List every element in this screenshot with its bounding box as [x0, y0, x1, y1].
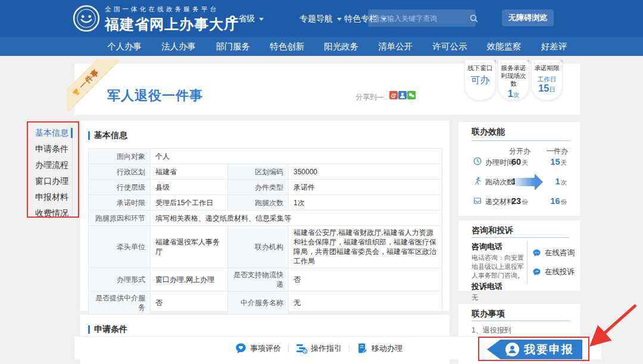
one-stop-ribbon: 一件事 [67, 59, 119, 111]
field-value: 承诺件 [289, 180, 442, 195]
badge-label: 承诺期限 [532, 64, 562, 72]
topics-menu[interactable]: 专题导航 [299, 13, 342, 25]
efficiency-row-time: 办理时间 60天 15天 [473, 156, 567, 167]
field-label: 行政区划 [89, 164, 151, 180]
field-label: 中介服务名称 [228, 291, 289, 315]
badge-label: 线下窗口 [465, 64, 495, 72]
field-label: 跑腿次数 [228, 195, 289, 211]
vertical-divider [527, 240, 527, 284]
share-wechat-icon[interactable] [407, 91, 416, 99]
consult-phone-block: 咨询电话 电话咨询：向安置地县级以上退役军人事务部门咨询。 投诉电话 无 [472, 240, 525, 302]
region-label: 省级 [238, 14, 255, 24]
guide-icon [296, 343, 307, 354]
complaint-heading: 投诉电话 [472, 281, 525, 292]
field-label: 区划编码 [228, 164, 289, 180]
field-value: 个人 [151, 149, 442, 164]
online-complaint-button[interactable]: 在线投诉 [532, 267, 575, 277]
badge-label: 服务承诺到现场次数 [498, 64, 529, 87]
efficiency-title: 联办效能 [472, 127, 505, 137]
search-input[interactable] [368, 14, 470, 23]
runner-icon [473, 177, 482, 187]
onsite-visits-badge: 服务承诺到现场次数 1次 [498, 60, 529, 101]
page-title: 军人退役一件事 [107, 87, 203, 105]
site-name: 福建省网上办事大厅 [105, 15, 239, 34]
mobile-button[interactable]: 移动办理 [357, 343, 402, 354]
topics-menu-label: 专题导航 [299, 14, 333, 24]
smiley-logo-icon [73, 5, 100, 32]
field-value: 福建省退役军人事务厅 [151, 226, 228, 268]
field-value: 填写相关表格、递交纸质材料、信息采集等 [151, 211, 442, 226]
field-label: 联办机构 [228, 226, 289, 268]
nav-item-permits[interactable]: 许可公示 [432, 41, 467, 52]
footer-divider [288, 344, 289, 353]
ribbon-label: 一件事 [77, 67, 102, 92]
nav-item-innovation[interactable]: 特色创新 [270, 41, 304, 52]
related-title: 联办事项 [472, 309, 505, 319]
field-value: 1次 [289, 195, 442, 211]
platform-line: 全国一体化在线政务服务平台 [105, 5, 239, 14]
comment-heart-icon [235, 343, 246, 354]
search-icon[interactable] [470, 14, 478, 23]
nav-item-rating[interactable]: 好差评 [541, 41, 567, 52]
site-logo[interactable] [73, 5, 100, 32]
accessibility-button[interactable]: 无障碍浏览 [502, 10, 554, 26]
field-value: 福建省公安厅,福建省财政厅,福建省人力资源和社会保障厅，福建省组织部，福建省医疗… [289, 226, 442, 268]
location-pin-icon [229, 15, 236, 23]
field-label: 行使层级 [89, 180, 151, 195]
share-label: 分享到— [355, 92, 384, 102]
chat-dots-icon [532, 249, 541, 258]
field-label: 是否提供中介服务 [89, 291, 151, 315]
evaluate-button[interactable]: 事项评价 [235, 343, 281, 354]
field-value: 否 [151, 291, 228, 315]
badge-value: 可办 [465, 74, 495, 87]
search-box [368, 10, 476, 27]
chevron-down-icon [337, 18, 342, 21]
field-value: 否 [289, 268, 442, 291]
improvement-arrow [515, 178, 535, 186]
field-value: 县级 [151, 180, 228, 195]
field-label: 跑腿原因和环节 [89, 211, 151, 226]
field-label: 牵头单位 [89, 226, 151, 268]
consult-card: 咨询和投诉 咨询电话 电话咨询：向安置地县级以上退役军人事务部门咨询。 投诉电话… [458, 221, 580, 291]
online-consult-button[interactable]: 在线咨询 [532, 248, 575, 258]
field-value: 窗口办理,网上办理 [151, 268, 228, 291]
field-label: 承诺时限 [89, 195, 151, 211]
mobile-doc-pen-icon [357, 343, 368, 354]
title-underline [472, 140, 569, 141]
nav-item-lists[interactable]: 清单公开 [378, 41, 413, 52]
field-label: 面向对象 [89, 149, 151, 164]
field-value: 350000 [289, 164, 442, 180]
consult-title: 咨询和投诉 [472, 225, 513, 236]
field-value: 无 [289, 291, 442, 315]
nav-item-department[interactable]: 部门服务 [216, 41, 250, 52]
app-header: 全国一体化在线政务服务平台 福建省网上办事大厅 省级 专题导航 特色专栏 [0, 0, 643, 37]
guide-button[interactable]: 操作指引 [296, 343, 342, 354]
nav-item-supervision[interactable]: 效能监察 [486, 41, 521, 52]
field-label: 是否支持物流快递 [228, 268, 289, 291]
annotation-arrow [586, 300, 643, 351]
field-value: 福建省 [151, 164, 228, 180]
section-title: 申请条件 [94, 324, 127, 335]
region-selector[interactable]: 省级 [229, 13, 264, 25]
share-qq-icon[interactable] [398, 91, 407, 99]
chat-arrow-icon [532, 268, 541, 277]
col-combined: 一件办 [547, 146, 568, 156]
complaint-text: 无 [472, 293, 525, 302]
field-label: 办件类型 [228, 180, 289, 195]
section-header: 基本信息 [88, 130, 442, 141]
nav-item-legal[interactable]: 法人办事 [161, 41, 196, 52]
section-bar [88, 131, 90, 140]
deadline-badge: 承诺期限 工作日15日 [531, 60, 563, 101]
offline-window-badge: 线下窗口 可办 [464, 60, 496, 101]
basic-info-table: 面向对象 个人 行政区划 福建省 区划编码 350000 行使层级 县级 办件类… [88, 148, 442, 315]
nav-item-personal[interactable]: 个人办事 [107, 41, 142, 52]
title-underline [472, 321, 569, 321]
field-value: 受理后15个工作日 [151, 195, 228, 211]
efficiency-row-materials: 递交材料 23份 16份 [473, 196, 567, 206]
clock-icon [473, 157, 482, 168]
share-weibo-icon[interactable] [389, 91, 398, 99]
related-item-1[interactable]: 1、退役报到 [472, 325, 511, 335]
field-label: 办理形式 [89, 268, 151, 291]
annotation-box-apply [478, 337, 589, 361]
nav-item-sunshine[interactable]: 阳光政务 [324, 41, 358, 52]
